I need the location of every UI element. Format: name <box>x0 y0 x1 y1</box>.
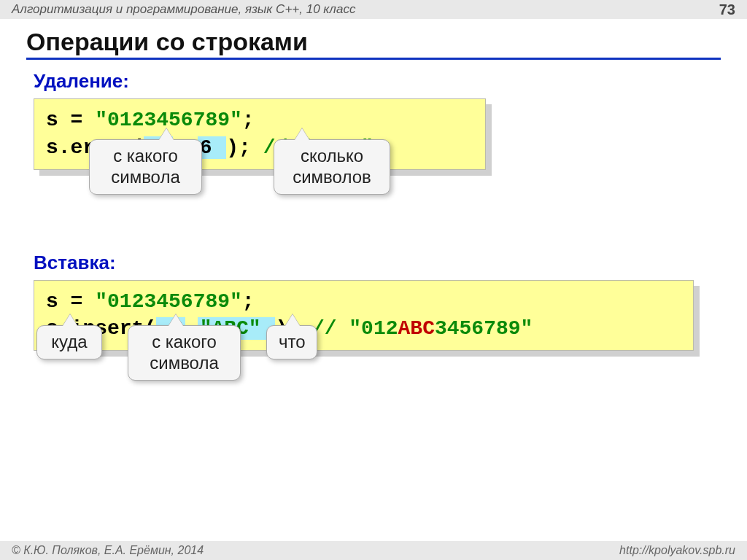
code-line: s = "0123456789"; <box>46 288 681 316</box>
footer-authors: © К.Ю. Поляков, Е.А. Ерёмин, 2014 <box>12 544 204 557</box>
callout-where: куда <box>36 325 102 359</box>
callout-from-which-char-2: с какого символа <box>128 325 241 381</box>
footer-url: http://kpolyakov.spb.ru <box>619 544 735 557</box>
callout-from-which-char: с какого символа <box>89 139 202 195</box>
code-line: s = "0123456789"; <box>46 106 473 134</box>
callout-how-many-chars: сколько символов <box>274 139 390 195</box>
callout-what: что <box>266 325 317 359</box>
footer-bar: © К.Ю. Поляков, Е.А. Ерёмин, 2014 http:/… <box>0 541 747 560</box>
header-bar: Алгоритмизация и программирование, язык … <box>0 0 747 19</box>
page-title: Операции со строками <box>26 28 721 60</box>
slide-content: Операции со строками Удаление: s = "0123… <box>0 19 747 351</box>
section-insert-label: Вставка: <box>34 252 721 274</box>
section-deletion-label: Удаление: <box>34 70 721 93</box>
page-number: 73 <box>719 1 735 18</box>
course-label: Алгоритмизация и программирование, язык … <box>12 2 355 17</box>
